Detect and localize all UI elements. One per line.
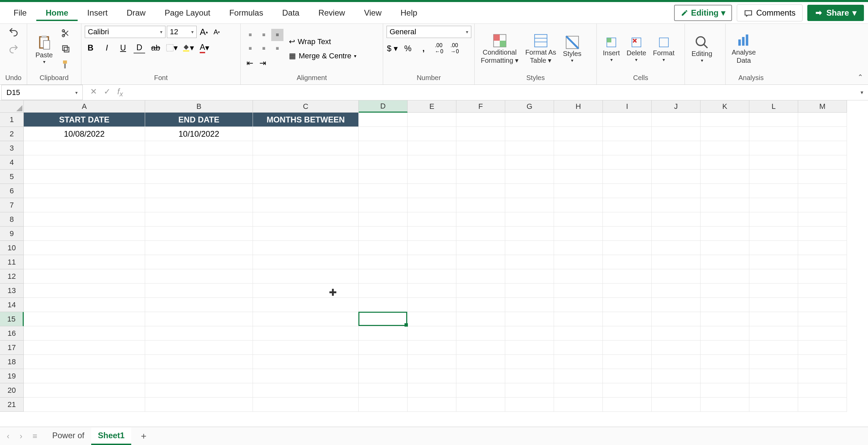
cell-C6[interactable] [253, 184, 359, 198]
cell-K18[interactable] [701, 355, 749, 369]
cell-D21[interactable] [359, 398, 408, 412]
cell-E3[interactable] [408, 141, 456, 155]
cell-M2[interactable] [798, 127, 847, 141]
add-sheet-button[interactable]: + [137, 431, 150, 442]
row-header-12[interactable]: 12 [0, 269, 24, 284]
increase-indent-button[interactable]: ⇥ [257, 57, 269, 69]
cell-M21[interactable] [798, 398, 847, 412]
row-header-5[interactable]: 5 [0, 170, 24, 184]
cell-F9[interactable] [456, 227, 505, 241]
cell-A4[interactable] [24, 155, 145, 170]
cell-F11[interactable] [456, 255, 505, 269]
cell-F16[interactable] [456, 326, 505, 341]
cell-J11[interactable] [652, 255, 701, 269]
cell-B14[interactable] [145, 298, 253, 312]
italic-button[interactable]: I [101, 42, 113, 54]
cell-L6[interactable] [749, 184, 798, 198]
formula-input[interactable] [129, 85, 856, 100]
cell-B13[interactable] [145, 284, 253, 298]
cell-M5[interactable] [798, 170, 847, 184]
cell-K7[interactable] [701, 198, 749, 212]
cell-F12[interactable] [456, 269, 505, 284]
row-header-6[interactable]: 6 [0, 184, 24, 198]
cell-J1[interactable] [652, 113, 701, 127]
cell-F13[interactable] [456, 284, 505, 298]
redo-button[interactable] [7, 43, 20, 55]
cell-C4[interactable] [253, 155, 359, 170]
cell-J20[interactable] [652, 383, 701, 398]
cell-C12[interactable] [253, 269, 359, 284]
cell-J7[interactable] [652, 198, 701, 212]
cell-H10[interactable] [554, 241, 603, 255]
cell-F21[interactable] [456, 398, 505, 412]
cell-I13[interactable] [603, 284, 652, 298]
column-header-K[interactable]: K [701, 100, 749, 113]
cell-A2[interactable]: 10/08/2022 [24, 127, 145, 141]
cell-B11[interactable] [145, 255, 253, 269]
cell-B7[interactable] [145, 198, 253, 212]
cell-H19[interactable] [554, 369, 603, 383]
bold-button[interactable]: B [85, 42, 96, 54]
cell-D11[interactable] [359, 255, 408, 269]
cell-L3[interactable] [749, 141, 798, 155]
row-header-21[interactable]: 21 [0, 398, 24, 412]
wrap-text-button[interactable]: ↩ Wrap Text [289, 37, 356, 46]
cell-I14[interactable] [603, 298, 652, 312]
cell-J18[interactable] [652, 355, 701, 369]
cell-E4[interactable] [408, 155, 456, 170]
cell-B3[interactable] [145, 141, 253, 155]
cell-L16[interactable] [749, 326, 798, 341]
cell-K4[interactable] [701, 155, 749, 170]
cell-D13[interactable] [359, 284, 408, 298]
undo-button[interactable] [7, 26, 20, 38]
format-as-table-button[interactable]: Format AsTable ▾ [522, 32, 559, 66]
cell-C18[interactable] [253, 355, 359, 369]
cell-A12[interactable] [24, 269, 145, 284]
increase-decimal-button[interactable]: .00←0 [433, 43, 445, 54]
cell-C10[interactable] [253, 241, 359, 255]
menu-file[interactable]: File [4, 5, 36, 21]
cell-D10[interactable] [359, 241, 408, 255]
cell-H16[interactable] [554, 326, 603, 341]
cell-L17[interactable] [749, 341, 798, 355]
cell-J12[interactable] [652, 269, 701, 284]
cell-D8[interactable] [359, 212, 408, 227]
cell-B2[interactable]: 10/10/2022 [145, 127, 253, 141]
all-sheets-button[interactable]: ≡ [31, 431, 39, 441]
cell-M18[interactable] [798, 355, 847, 369]
decrease-font-button[interactable]: A▾ [211, 26, 222, 38]
menu-formulas[interactable]: Formulas [220, 5, 273, 21]
cell-J2[interactable] [652, 127, 701, 141]
cell-K3[interactable] [701, 141, 749, 155]
column-header-C[interactable]: C [253, 100, 359, 113]
prev-sheet-button[interactable]: ‹ [5, 431, 12, 441]
cell-D14[interactable] [359, 298, 408, 312]
cell-A21[interactable] [24, 398, 145, 412]
cell-E21[interactable] [408, 398, 456, 412]
cell-A16[interactable] [24, 326, 145, 341]
cell-M8[interactable] [798, 212, 847, 227]
cell-G21[interactable] [505, 398, 554, 412]
cell-J16[interactable] [652, 326, 701, 341]
cell-K11[interactable] [701, 255, 749, 269]
cell-I2[interactable] [603, 127, 652, 141]
cell-L9[interactable] [749, 227, 798, 241]
menu-view[interactable]: View [355, 5, 391, 21]
cell-K8[interactable] [701, 212, 749, 227]
cell-E20[interactable] [408, 383, 456, 398]
menu-data[interactable]: Data [273, 5, 309, 21]
row-header-19[interactable]: 19 [0, 369, 24, 383]
cell-E9[interactable] [408, 227, 456, 241]
cell-I21[interactable] [603, 398, 652, 412]
cell-K2[interactable] [701, 127, 749, 141]
cell-I8[interactable] [603, 212, 652, 227]
cell-F18[interactable] [456, 355, 505, 369]
cell-E10[interactable] [408, 241, 456, 255]
column-header-B[interactable]: B [145, 100, 253, 113]
cell-E11[interactable] [408, 255, 456, 269]
row-header-4[interactable]: 4 [0, 155, 24, 170]
cell-G9[interactable] [505, 227, 554, 241]
cell-H7[interactable] [554, 198, 603, 212]
expand-formula-bar[interactable]: ▾ [856, 89, 868, 96]
cell-D6[interactable] [359, 184, 408, 198]
